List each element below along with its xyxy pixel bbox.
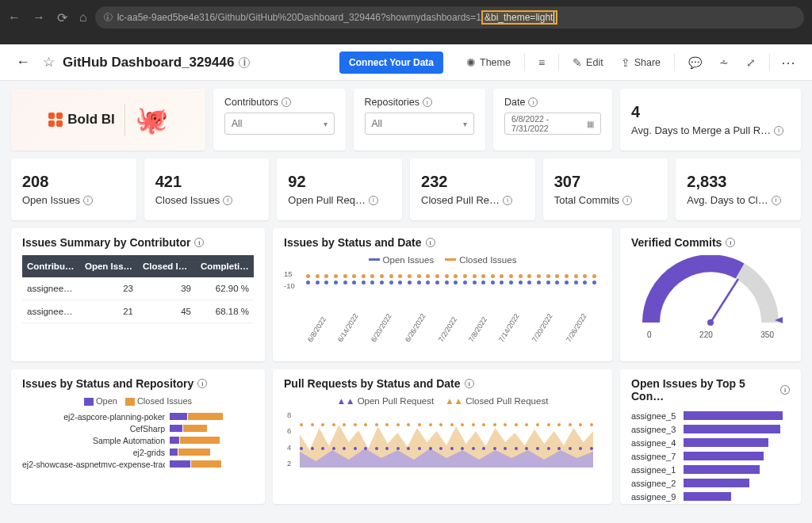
kpi-value: 421 — [155, 173, 259, 191]
kpi-label: Closed Pull Re… i — [421, 194, 524, 206]
contributors-select[interactable]: All▾ — [224, 113, 335, 135]
hbar-row: assignee_9 — [631, 490, 790, 503]
gauge-chart[interactable] — [635, 255, 786, 330]
nav-reload-icon[interactable]: ⟳ — [57, 10, 67, 25]
chart-legend: Open Issues Closed Issues — [284, 255, 601, 265]
card-title: Issues by Status and Repositoryi — [22, 377, 254, 390]
y-axis: 8642 — [287, 410, 291, 468]
info-icon[interactable]: i — [197, 379, 207, 388]
table-row[interactable]: assignee…233962.90 % — [22, 277, 254, 300]
open-series — [306, 281, 596, 284]
brand-card: Bold BI 🐙 — [11, 89, 205, 151]
info-icon[interactable]: i — [423, 97, 432, 107]
info-icon[interactable]: i — [239, 57, 250, 68]
nav-home-icon[interactable]: ⌂ — [79, 10, 87, 25]
info-icon[interactable]: i — [223, 196, 232, 205]
hbar-row: assignee_5 — [631, 409, 790, 422]
info-icon[interactable]: i — [503, 196, 512, 205]
kpi-card: 421 Closed Issues i — [144, 158, 270, 220]
link-icon: ⩪ — [719, 56, 729, 69]
back-button[interactable]: ← — [11, 51, 35, 74]
pencil-icon: ✎ — [573, 56, 582, 69]
more-menu[interactable]: ⋯ — [776, 54, 801, 71]
fullscreen-button[interactable]: ⤢ — [739, 52, 763, 73]
info-icon[interactable]: i — [726, 238, 735, 247]
comment-button[interactable]: 💬 — [681, 52, 709, 73]
info-icon[interactable]: i — [282, 97, 291, 107]
filter-button[interactable]: ≡ — [531, 52, 552, 73]
closed-series — [306, 274, 596, 278]
chart-legend: ▲▲ Open Pull Request ▲▲ Closed Pull Requ… — [284, 396, 601, 406]
page-title: GitHub Dashboard_329446 i — [63, 55, 250, 71]
link-button[interactable]: ⩪ — [712, 52, 736, 73]
repo-bar-row: ej2-grids — [22, 446, 254, 458]
nav-back-icon[interactable]: ← — [8, 10, 21, 25]
card-title: Verified Commitsi — [631, 236, 790, 249]
hbar-chart[interactable]: assignee_5assignee_3assignee_4assignee_7… — [631, 409, 790, 503]
brand-text: Bold BI — [67, 112, 115, 128]
info-icon[interactable]: i — [774, 126, 783, 136]
dashboard-body: Bold BI 🐙 Contributorsi All▾ Repositorie… — [0, 81, 812, 512]
separator — [558, 54, 559, 71]
info-icon[interactable]: i — [194, 238, 204, 247]
date-select[interactable]: 6/8/2022 - 7/31/2022▦ — [504, 113, 601, 135]
filter-label: Datei — [504, 97, 601, 108]
info-icon[interactable]: i — [780, 385, 790, 395]
info-icon[interactable]: i — [465, 379, 474, 388]
table-header[interactable]: Contribut… — [22, 255, 80, 277]
svg-line-0 — [710, 279, 738, 323]
share-button[interactable]: ⇪Share — [614, 52, 668, 73]
theme-button[interactable]: ✺Theme — [459, 52, 518, 73]
repo-bar-row: ej2-showcase-aspnetmvc-expense-tracker — [22, 458, 254, 470]
issues-summary-card: Issues Summary by Contributori Contribut… — [11, 228, 265, 361]
table-row[interactable]: assignee…214568.18 % — [22, 300, 254, 323]
kpi-value: 2,833 — [687, 173, 790, 191]
table-header[interactable]: Closed Is… — [138, 255, 196, 277]
globe-icon: 🛈 — [103, 12, 113, 23]
legend-open: Open Issues — [369, 255, 435, 265]
kpi-value: 4 — [631, 103, 790, 121]
repositories-select[interactable]: All▾ — [365, 113, 475, 135]
area-chart[interactable]: 8642 — [300, 410, 593, 482]
info-icon[interactable]: i — [83, 196, 93, 205]
brand-logo: Bold BI — [48, 112, 115, 128]
issues-status-date-card: Issues by Status and Datei Open Issues C… — [273, 228, 612, 361]
connect-data-button[interactable]: Connect Your Data — [339, 52, 443, 74]
info-icon[interactable]: i — [369, 196, 378, 205]
chart-row-2: Issues by Status and Repositoryi Open Cl… — [11, 369, 801, 504]
info-icon[interactable]: i — [622, 196, 632, 205]
table-header[interactable]: Open Iss… — [80, 255, 138, 277]
hbar-chart[interactable]: ej2-aspcore-planning-poker CefSharp Samp… — [22, 410, 254, 470]
favorite-icon[interactable]: ☆ — [43, 54, 55, 71]
share-icon: ⇪ — [621, 56, 630, 69]
y-axis: 15-10 — [284, 269, 295, 290]
filter-row: Bold BI 🐙 Contributorsi All▾ Repositorie… — [11, 89, 801, 151]
filter-label: Contributorsi — [224, 97, 335, 108]
kpi-value: 92 — [288, 173, 391, 191]
svg-point-1 — [707, 319, 714, 326]
info-icon[interactable]: i — [426, 238, 435, 247]
nav-controls: ← → ⟳ ⌂ — [8, 10, 87, 25]
legend-closed: Closed Issues — [125, 396, 192, 406]
kpi-card: 232 Closed Pull Re… i — [410, 158, 535, 220]
chart-legend: Open Closed Issues — [22, 396, 254, 406]
nav-forward-icon[interactable]: → — [33, 10, 45, 25]
top5-contributors-card: Open Issues by Top 5 Con…i assignee_5ass… — [620, 369, 801, 504]
edit-button[interactable]: ✎Edit — [565, 52, 611, 73]
card-title: Pull Requests by Status and Datei — [284, 377, 601, 390]
kpi-value: 307 — [554, 173, 657, 191]
info-icon[interactable]: i — [528, 97, 538, 107]
url-bar[interactable]: 🛈 lc-aa5e-9aed5be4e316/Github/GitHub%20D… — [95, 6, 804, 29]
kpi-value: 208 — [22, 173, 125, 191]
kpi-row: 208 Open Issues i 421 Closed Issues i 92… — [11, 158, 801, 220]
brand-glyph-icon — [48, 113, 63, 127]
line-chart[interactable]: 15-10 6/8/20226/14/20226/20/20226/26/202… — [306, 269, 596, 317]
info-icon[interactable]: i — [772, 196, 781, 205]
pr-status-date-card: Pull Requests by Status and Datei ▲▲ Ope… — [273, 369, 612, 504]
kpi-card: 307 Total Commits i — [543, 158, 668, 220]
card-title: Issues by Status and Datei — [284, 236, 601, 249]
comment-icon: 💬 — [688, 56, 702, 69]
issues-table: Contribut…Open Iss…Closed Is…Completi… a… — [22, 255, 254, 323]
contributors-filter: Contributorsi All▾ — [213, 89, 346, 151]
table-header[interactable]: Completi… — [196, 255, 254, 277]
